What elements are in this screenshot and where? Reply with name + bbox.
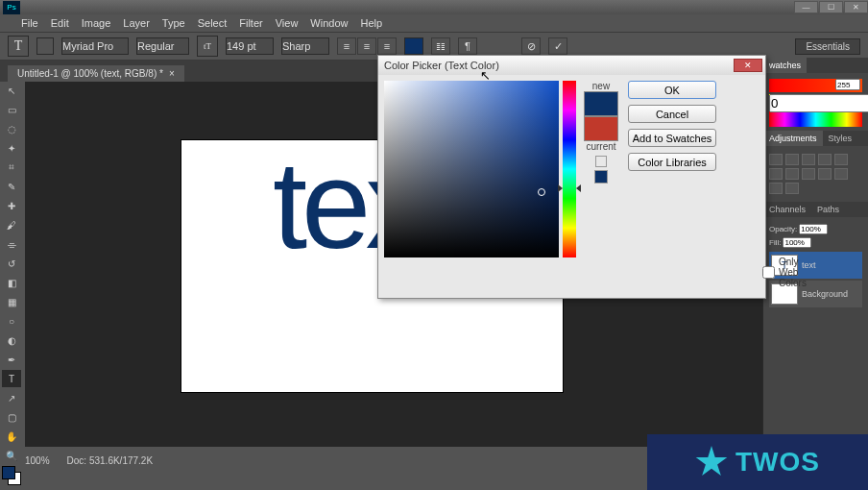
window-minimize[interactable]: — <box>794 1 818 13</box>
lasso-tool-icon[interactable]: ◌ <box>2 120 21 137</box>
adj-icon[interactable] <box>818 168 832 180</box>
wand-tool-icon[interactable]: ✦ <box>2 139 21 157</box>
menu-window[interactable]: Window <box>310 17 348 29</box>
crop-tool-icon[interactable]: ⌗ <box>2 159 21 176</box>
adj-icon[interactable] <box>818 154 832 165</box>
color-field[interactable] <box>384 81 559 257</box>
color-slider-g[interactable] <box>769 94 862 108</box>
window-close[interactable]: ✕ <box>844 1 868 13</box>
hue-strip[interactable] <box>769 111 862 127</box>
status-bar: 100% Doc: 531.6K/177.2K <box>25 452 153 469</box>
align-left-icon[interactable]: ≡ <box>337 37 356 55</box>
fill-field[interactable] <box>783 237 811 248</box>
fg-bg-swatch[interactable] <box>2 466 23 490</box>
hue-slider[interactable] <box>563 81 576 257</box>
brush-tool-icon[interactable]: 🖌 <box>2 216 21 233</box>
history-tool-icon[interactable]: ↺ <box>2 255 21 272</box>
menu-select[interactable]: Select <box>198 17 228 29</box>
color-libraries-button[interactable]: Color Libraries <box>628 153 716 171</box>
text-color-swatch[interactable] <box>404 37 423 55</box>
font-style-select[interactable] <box>136 37 189 55</box>
gamut-swatch[interactable] <box>594 170 608 184</box>
opacity-label: Opacity: <box>769 225 797 233</box>
document-tab-title: Untitled-1 @ 100% (text, RGB/8) * <box>17 68 163 79</box>
workspace-switcher[interactable]: Essentials <box>795 38 860 55</box>
menu-layer[interactable]: Layer <box>123 17 150 29</box>
gradient-tool-icon[interactable]: ▦ <box>2 293 21 310</box>
font-family-select[interactable] <box>61 37 129 55</box>
channels-tab[interactable]: Channels <box>763 202 811 217</box>
app-logo: Ps <box>3 1 20 14</box>
antialias-select[interactable] <box>281 37 329 55</box>
zoom-tool-icon[interactable]: 🔍 <box>2 447 21 464</box>
shape-tool-icon[interactable]: ▢ <box>2 408 21 426</box>
menu-edit[interactable]: Edit <box>51 17 69 29</box>
swatches-tab[interactable]: watches <box>763 58 807 73</box>
add-swatches-button[interactable]: Add to Swatches <box>628 129 716 147</box>
pen-tool-icon[interactable]: ✒ <box>2 351 21 368</box>
adj-icon[interactable] <box>769 168 783 180</box>
font-size-field[interactable] <box>226 37 274 55</box>
menu-file[interactable]: File <box>21 17 38 29</box>
adj-icon[interactable] <box>785 183 799 194</box>
adj-icon[interactable] <box>834 168 848 180</box>
color-field-marker-icon <box>538 188 545 196</box>
styles-tab[interactable]: Styles <box>823 131 858 146</box>
dodge-tool-icon[interactable]: ◐ <box>2 331 21 349</box>
path-tool-icon[interactable]: ↗ <box>2 389 21 406</box>
dialog-titlebar[interactable]: Color Picker (Text Color) ✕ <box>378 56 765 75</box>
color-slider-r[interactable] <box>769 79 862 92</box>
adj-icon[interactable] <box>834 154 848 165</box>
orientation-toggle[interactable] <box>36 37 54 55</box>
adj-icon[interactable] <box>769 183 783 194</box>
cancel-edit-icon[interactable]: ⊘ <box>521 37 541 55</box>
move-tool-icon[interactable]: ↖ <box>2 82 21 99</box>
commit-edit-icon[interactable]: ✓ <box>548 37 567 55</box>
heal-tool-icon[interactable]: ✚ <box>2 197 21 214</box>
color-g-field[interactable] <box>769 94 868 112</box>
hand-tool-icon[interactable]: ✋ <box>2 428 21 445</box>
watermark-text: TWOS <box>735 447 820 478</box>
doc-size: Doc: 531.6K/177.2K <box>67 455 154 466</box>
document-tab-close-icon[interactable]: × <box>169 68 175 79</box>
window-maximize[interactable]: ☐ <box>819 1 843 13</box>
align-right-icon[interactable]: ≡ <box>377 37 397 55</box>
type-tool-icon[interactable]: T <box>2 370 21 387</box>
adj-icon[interactable] <box>802 154 815 165</box>
star-icon <box>695 446 728 478</box>
align-center-icon[interactable]: ≡ <box>357 37 376 55</box>
adj-icon[interactable] <box>802 168 815 180</box>
marquee-tool-icon[interactable]: ▭ <box>2 101 21 118</box>
opacity-field[interactable] <box>799 224 828 234</box>
fill-label: Fill: <box>769 238 781 247</box>
menu-help[interactable]: Help <box>360 17 382 29</box>
char-panel-icon[interactable]: ¶ <box>458 37 477 55</box>
menu-view[interactable]: View <box>276 17 299 29</box>
font-size-icon: tT <box>197 36 218 57</box>
menu-image[interactable]: Image <box>82 17 111 29</box>
dialog-close-icon[interactable]: ✕ <box>734 59 762 72</box>
current-color-swatch[interactable] <box>584 116 618 141</box>
menu-filter[interactable]: Filter <box>239 17 262 29</box>
web-colors-checkbox[interactable] <box>762 266 775 279</box>
fg-color-swatch[interactable] <box>2 466 15 479</box>
stamp-tool-icon[interactable]: ⌯ <box>2 235 21 253</box>
adj-icon[interactable] <box>785 154 799 165</box>
color-r-field[interactable] <box>835 79 860 90</box>
eraser-tool-icon[interactable]: ◧ <box>2 274 21 291</box>
eyedropper-tool-icon[interactable]: ✎ <box>2 178 21 195</box>
zoom-level[interactable]: 100% <box>25 455 50 466</box>
paths-tab[interactable]: Paths <box>811 202 845 217</box>
document-tab[interactable]: Untitled-1 @ 100% (text, RGB/8) * × <box>8 65 184 82</box>
current-label: current <box>586 141 615 152</box>
adj-icon[interactable] <box>785 168 799 180</box>
adj-icon[interactable] <box>769 154 783 165</box>
menu-type[interactable]: Type <box>162 17 185 29</box>
cancel-button[interactable]: Cancel <box>628 105 716 123</box>
blur-tool-icon[interactable]: ○ <box>2 312 21 330</box>
gamut-warning-icon[interactable] <box>595 156 607 167</box>
warp-text-icon[interactable]: 𝌮 <box>431 37 450 55</box>
adjustments-tab[interactable]: Adjustments <box>763 131 823 146</box>
ok-button[interactable]: OK <box>628 81 716 99</box>
dialog-title: Color Picker (Text Color) <box>384 60 499 71</box>
